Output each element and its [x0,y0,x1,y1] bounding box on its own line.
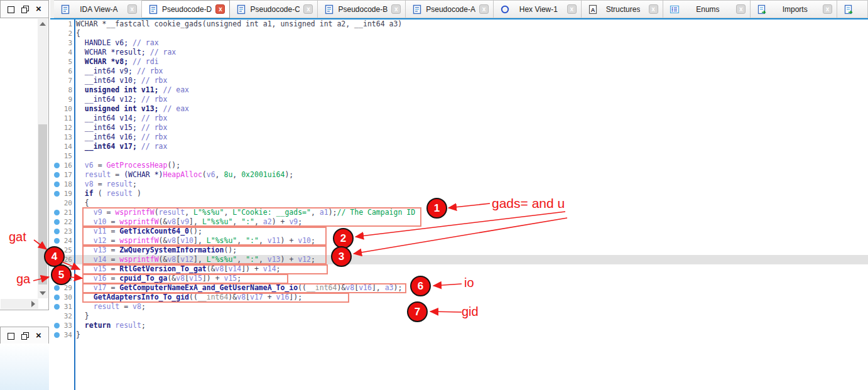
scroll-down-icon[interactable] [38,288,48,298]
close-icon[interactable]: × [35,332,43,340]
maximize-icon[interactable] [6,332,15,340]
code-line-29[interactable]: v17 = GetComputerNameExA_and_GetUserName… [76,283,402,293]
maximize-icon[interactable] [6,5,15,14]
tab-pseudocode-a[interactable]: Pseudocode-Ax [406,0,494,18]
line-number: 28 [52,274,72,283]
line-number: 16 [52,161,72,170]
tab-pseudocode-d[interactable]: Pseudocode-Dx [142,0,231,18]
tab-hex-view-1[interactable]: Hex View-1x [494,0,582,18]
line-number: 5 [52,57,72,67]
tab-close-icon[interactable]: x [479,4,489,14]
graph-overview-panel [0,344,49,390]
hex-view-icon [500,4,510,14]
line-number: 30 [52,293,72,302]
tab-partial[interactable] [837,0,868,18]
code-line-23[interactable]: v11 = GetTickCount64_0(); [76,227,202,236]
code-line-30[interactable]: GetAdaptersInfo_To_gid((__int64)&v8[v17 … [76,293,302,302]
code-line-8[interactable]: unsigned int v11; // eax [76,85,189,95]
horizontal-scrollbar[interactable] [1,299,38,309]
line-number: 33 [52,321,72,330]
restore-icon[interactable] [20,332,29,340]
code-line-19[interactable]: if ( result ) [76,189,141,198]
code-line-14[interactable]: __int64 v17; // rax [76,142,167,151]
tab-close-icon[interactable]: x [215,4,225,14]
line-number: 18 [52,180,72,189]
vertical-scrollbar[interactable] [38,19,48,298]
line-number: 4 [52,48,72,57]
code-line-34[interactable]: } [76,330,80,340]
tab-close-icon[interactable]: x [391,4,401,14]
line-number: 13 [52,133,72,142]
line-number: 15 [52,151,72,161]
tab-label: Imports [783,5,808,14]
code-line-31[interactable]: result = v8; [76,302,146,311]
restore-icon[interactable] [20,5,29,14]
code-line-12[interactable]: __int64 v15; // rbx [76,123,167,133]
code-line-6[interactable]: __int64 v9; // rbx [76,67,163,76]
tab-close-icon[interactable]: x [567,4,577,14]
line-number: 31 [52,302,72,311]
line-number: 26 [52,255,72,264]
pseudocode-icon [412,4,422,14]
tab-label: Structures [606,5,641,14]
bottom-panel-titlebar: × [0,327,49,345]
scroll-up-icon[interactable] [38,19,48,29]
code-line-16[interactable]: v6 = GetProcessHeap(); [76,161,180,170]
line-number: 1 [52,19,72,29]
line-number: 19 [52,189,72,198]
line-number: 7 [52,76,72,85]
code-line-1[interactable]: WCHAR *__fastcall cookie_gads(unsigned i… [76,19,402,29]
tab-label: IDA View-A [80,5,117,14]
line-number: 32 [52,311,72,321]
code-line-13[interactable]: __int64 v16; // rbx [76,133,167,142]
tab-enums[interactable]: Enumsx [663,0,751,18]
line-number: 2 [52,29,72,38]
tab-close-icon[interactable]: x [823,4,832,14]
tab-close-icon[interactable]: x [649,4,658,14]
code-line-22[interactable]: v10 = wsprintfW(&v8[v9], L"%s%u", ":", a… [76,217,302,227]
tab-label: Pseudocode-B [338,5,388,14]
tab-label: Hex View-1 [519,5,558,14]
tab-label: Enums [696,5,719,14]
tab-close-icon[interactable]: x [736,4,746,14]
code-line-28[interactable]: v16 = cpuid_To_ga(&v8[v15]) + v15; [76,274,241,283]
close-icon[interactable]: × [35,5,43,14]
tab-close-icon[interactable]: x [127,4,137,14]
line-number: 20 [52,198,72,208]
code-line-27[interactable]: v15 = RtlGetVersion_To_gat(&v8[v14]) + v… [76,264,281,274]
scroll-right-icon[interactable] [28,299,38,309]
tab-close-icon[interactable]: x [303,4,313,14]
tab-pseudocode-b[interactable]: Pseudocode-Bx [318,0,406,18]
tab-ida-view-a[interactable]: IDA View-Ax [54,0,142,18]
pseudocode-icon [148,4,158,14]
code-line-2[interactable]: { [76,29,80,38]
tab-label: Pseudocode-D [162,5,212,14]
code-line-4[interactable]: WCHAR *result; // rax [76,48,176,57]
line-number: 21 [52,208,72,217]
code-line-10[interactable]: unsigned int v13; // eax [76,104,189,114]
code-line-11[interactable]: __int64 v14; // rbx [76,114,167,123]
code-line-18[interactable]: v8 = result; [76,180,137,189]
line-number: 27 [52,264,72,274]
code-line-32[interactable]: } [76,311,89,321]
pseudocode-pane[interactable]: 1WCHAR *__fastcall cookie_gads(unsigned … [50,19,868,390]
code-line-9[interactable]: __int64 v12; // rbx [76,95,167,104]
code-line-17[interactable]: result = (WCHAR *)HeapAlloc(v6, 8u, 0x20… [76,170,293,180]
line-number: 29 [52,283,72,293]
tab-structures[interactable]: AStructuresx [582,0,663,18]
tab-imports[interactable]: Importsx [751,0,837,18]
left-dock-panel [0,18,49,310]
left-panel-titlebar: × [0,0,49,18]
tab-pseudocode-c[interactable]: Pseudocode-Cx [230,0,318,18]
code-line-33[interactable]: return result; [76,321,146,330]
code-line-25[interactable]: v13 = ZwQuerySystemInformation(); [76,246,237,255]
code-line-5[interactable]: WCHAR *v8; // rdi [76,57,159,67]
line-number: 34 [52,330,72,340]
code-line-26[interactable]: v14 = wsprintfW(&v8[v12], L"%s%u", ":", … [76,255,315,264]
code-line-3[interactable]: HANDLE v6; // rax [76,38,159,48]
code-line-21[interactable]: v9 = wsprintfW(result, L"%s%u", L"Cookie… [76,208,415,217]
scrollbar-thumb[interactable] [38,124,47,284]
code-line-20[interactable]: { [76,198,89,208]
code-line-24[interactable]: v12 = wsprintfW(&v8[v10], L"%s%u", ":", … [76,236,315,246]
code-line-7[interactable]: __int64 v10; // rbx [76,76,167,85]
